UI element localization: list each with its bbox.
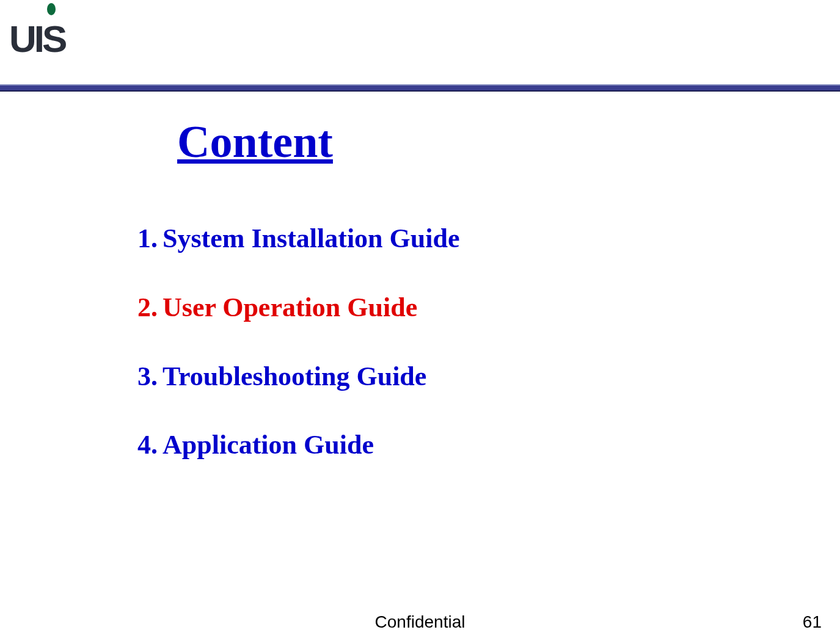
toc-item-1: 1.System Installation Guide (137, 223, 840, 255)
page-number: 61 (803, 612, 822, 632)
logo-text: UIS (9, 20, 65, 58)
toc-item-4: 4.Application Guide (137, 429, 840, 462)
toc-label: Troubleshooting Guide (163, 361, 426, 391)
toc-label: User Operation Guide (163, 292, 417, 322)
slide-title: Content (0, 116, 840, 168)
toc-label: Application Guide (163, 430, 374, 460)
toc-number: 4. (137, 430, 158, 460)
toc-label: System Installation Guide (163, 223, 460, 253)
slide-content: Content 1.System Installation Guide 2.Us… (0, 116, 840, 498)
toc-number: 2. (137, 292, 158, 322)
logo-dot-icon (47, 3, 56, 15)
footer-confidential: Confidential (375, 612, 466, 632)
toc-number: 3. (137, 361, 158, 391)
toc-list: 1.System Installation Guide 2.User Opera… (137, 223, 840, 462)
header-divider (0, 84, 840, 92)
toc-number: 1. (137, 223, 158, 253)
toc-item-2: 2.User Operation Guide (137, 292, 840, 324)
toc-item-3: 3.Troubleshooting Guide (137, 361, 840, 393)
logo: UIS (9, 3, 89, 70)
